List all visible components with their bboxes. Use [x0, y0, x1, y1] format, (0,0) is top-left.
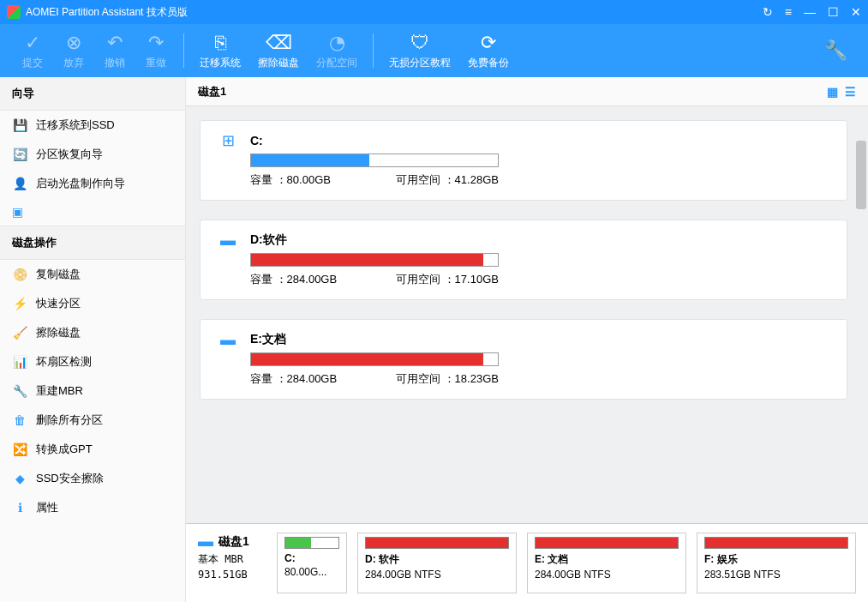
free-label: 可用空间 ：18.23GB [396, 371, 499, 387]
sidebar-item-label: 坏扇区检测 [36, 354, 92, 370]
sidebar-item[interactable]: 🧹擦除磁盘 [0, 318, 185, 347]
strip-sub: 284.00GB NTFS [535, 569, 679, 581]
partition-name: C: [250, 134, 263, 147]
disk-map-strip: ▬磁盘1 基本 MBR 931.51GB C: 80.00G... D: 软件 … [186, 523, 868, 602]
migrate-button[interactable]: ⎘迁移系统 [191, 24, 249, 77]
sidebar-item-label: 迁移系统到SSD [36, 117, 115, 133]
disk-icon: ▬ [198, 533, 213, 551]
sidebar-item[interactable]: 🔧重建MBR [0, 376, 185, 406]
sidebar-item-label: 属性 [36, 500, 58, 515]
sidebar-item[interactable]: ◆SSD安全擦除 [0, 464, 185, 493]
menu-icon[interactable]: ≡ [785, 5, 792, 19]
disk-ops-header: 磁盘操作 [0, 226, 185, 260]
sidebar-icon: 🔄 [12, 147, 27, 161]
app-logo-icon [7, 5, 21, 19]
sidebar-icon: 💾 [12, 118, 27, 132]
strip-partition[interactable]: E: 文档 284.00GB NTFS [527, 533, 686, 593]
sidebar-item[interactable]: 🗑删除所有分区 [0, 406, 185, 435]
backup-button[interactable]: ⟳免费备份 [459, 24, 518, 77]
allocate-button[interactable]: ◔分配空间 [308, 24, 366, 77]
maximize-icon[interactable]: ☐ [828, 5, 839, 19]
toolbar: ✓提交 ⊗放弃 ↶撤销 ↷重做 ⎘迁移系统 ⌫擦除磁盘 ◔分配空间 🛡无损分区教… [0, 24, 868, 77]
partition-name: D:软件 [250, 232, 287, 248]
undo-button[interactable]: ↶撤销 [94, 24, 135, 77]
strip-label: C: [284, 552, 339, 564]
expand-icon[interactable]: ▣ [0, 198, 185, 226]
strip-sub: 283.51GB NTFS [704, 569, 848, 581]
commit-button[interactable]: ✓提交 [12, 24, 53, 77]
sidebar-item[interactable]: 💾迁移系统到SSD [0, 111, 185, 140]
content-body[interactable]: ⊞C: 容量 ：80.00GB可用空间 ：41.28GB ▬D:软件 容量 ：2… [186, 106, 868, 523]
sidebar-item-label: 快速分区 [36, 296, 81, 311]
sidebar-icon: 📊 [12, 355, 27, 369]
sidebar-item-label: 分区恢复向导 [36, 147, 103, 162]
strip-label: E: 文档 [535, 552, 679, 567]
app-title: AOMEI Partition Assistant 技术员版 [26, 5, 188, 20]
strip-bar [535, 537, 679, 549]
grid-view-icon[interactable]: ▦ [827, 85, 838, 99]
wipe-button[interactable]: ⌫擦除磁盘 [249, 24, 308, 77]
strip-bar [365, 537, 509, 549]
sidebar-item[interactable]: ⚡快速分区 [0, 289, 185, 318]
capacity-label: 容量 ：284.00GB [250, 371, 396, 387]
refresh-icon[interactable]: ↻ [763, 5, 773, 19]
sidebar-item-label: 转换成GPT [36, 442, 93, 457]
sidebar-icon: ℹ [12, 501, 27, 515]
sidebar-item-label: 重建MBR [36, 383, 83, 399]
disk-label: 磁盘1 [198, 84, 226, 99]
list-view-icon[interactable]: ☰ [845, 85, 856, 99]
strip-partition[interactable]: D: 软件 284.00GB NTFS [357, 533, 517, 593]
strip-bar [704, 537, 848, 549]
sidebar-item[interactable]: 📊坏扇区检测 [0, 347, 185, 376]
sidebar-item-label: 删除所有分区 [36, 412, 103, 428]
capacity-label: 容量 ：80.00GB [250, 172, 396, 188]
sidebar-item-label: 复制磁盘 [36, 267, 81, 282]
partition-name: E:文档 [250, 332, 286, 347]
partition-card[interactable]: ⊞C: 容量 ：80.00GB可用空间 ：41.28GB [200, 120, 847, 201]
usage-bar [250, 154, 499, 167]
sidebar-item-label: 擦除磁盘 [36, 325, 81, 340]
sidebar-icon: ◆ [12, 472, 27, 485]
sidebar-icon: ⚡ [12, 297, 27, 310]
sidebar-item[interactable]: 🔀转换成GPT [0, 435, 185, 464]
strip-label: D: 软件 [365, 552, 509, 567]
capacity-label: 容量 ：284.00GB [250, 272, 396, 287]
sidebar-item[interactable]: 👤启动光盘制作向导 [0, 169, 185, 198]
sidebar-item-label: 启动光盘制作向导 [36, 176, 125, 191]
partition-icon: ⊞ [218, 133, 238, 148]
free-label: 可用空间 ：17.10GB [396, 272, 499, 287]
sidebar-icon: 📀 [12, 268, 27, 281]
close-icon[interactable]: ✕ [851, 5, 861, 19]
content: 磁盘1 ▦ ☰ ⊞C: 容量 ：80.00GB可用空间 ：41.28GB ▬D:… [186, 77, 868, 602]
tools-button[interactable]: 🔧 [815, 24, 856, 77]
scrollbar[interactable] [856, 141, 866, 209]
partition-card[interactable]: ▬E:文档 容量 ：284.00GB可用空间 ：18.23GB [200, 319, 847, 400]
sidebar-item-label: SSD安全擦除 [36, 471, 104, 486]
sidebar-item[interactable]: 🔄分区恢复向导 [0, 140, 185, 169]
disk-summary[interactable]: ▬磁盘1 基本 MBR 931.51GB [198, 533, 266, 593]
tutorial-button[interactable]: 🛡无损分区教程 [380, 24, 459, 77]
titlebar: AOMEI Partition Assistant 技术员版 ↻ ≡ — ☐ ✕ [0, 0, 868, 24]
minimize-icon[interactable]: — [804, 5, 816, 19]
strip-partition[interactable]: C: 80.00G... [277, 533, 347, 593]
content-header: 磁盘1 ▦ ☰ [186, 77, 868, 106]
partition-icon: ▬ [218, 332, 238, 347]
wizard-header: 向导 [0, 77, 185, 111]
sidebar-icon: 👤 [12, 177, 27, 190]
sidebar-item[interactable]: ℹ属性 [0, 493, 185, 522]
strip-sub: 80.00G... [284, 566, 339, 578]
usage-bar [250, 253, 499, 267]
strip-partition[interactable]: F: 娱乐 283.51GB NTFS [697, 533, 856, 593]
sidebar-icon: 🗑 [12, 413, 27, 427]
sidebar-icon: 🔧 [12, 384, 27, 398]
sidebar-item[interactable]: 📀复制磁盘 [0, 260, 185, 289]
partition-icon: ▬ [218, 232, 238, 248]
usage-bar [250, 352, 499, 366]
sidebar: 向导 💾迁移系统到SSD🔄分区恢复向导👤启动光盘制作向导 ▣ 磁盘操作 📀复制磁… [0, 77, 186, 602]
sidebar-icon: 🔀 [12, 442, 27, 456]
strip-bar [284, 537, 339, 549]
discard-button[interactable]: ⊗放弃 [53, 24, 94, 77]
free-label: 可用空间 ：41.28GB [396, 172, 499, 188]
partition-card[interactable]: ▬D:软件 容量 ：284.00GB可用空间 ：17.10GB [200, 220, 847, 300]
redo-button[interactable]: ↷重做 [135, 24, 177, 77]
